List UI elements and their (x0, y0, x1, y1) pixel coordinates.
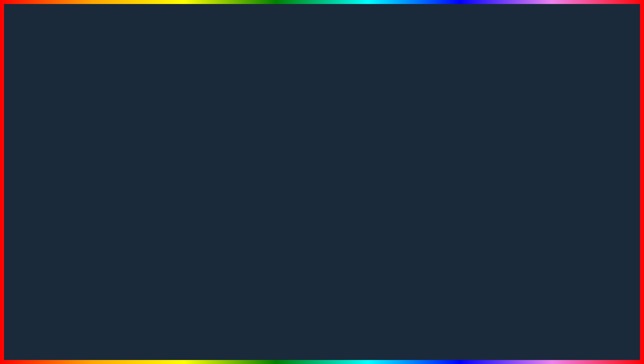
sidebar-diamond-icon: ◇ (192, 158, 196, 163)
sidebar-label-dungeon: Dungeon (199, 195, 215, 200)
sidebar-label-settingfarm: Setting Farm (199, 167, 222, 172)
feature-row-farmmastery: Farm Mastery ✓ (245, 180, 429, 187)
char-leg-right (145, 227, 170, 294)
feature-checkbox-farmmastery[interactable]: ✓ (422, 180, 429, 187)
char-legs (117, 227, 170, 294)
sidebar-circle-icon-7 (192, 214, 196, 219)
sidebar-label-combatplayer: Combat Player (199, 205, 225, 209)
ui-main-content: Your Bone : 2370 Farm Bone Random Bone ✓… (241, 144, 433, 270)
update-number: 20 (214, 308, 254, 351)
feature-label-chest: Chest (245, 198, 255, 205)
free-badge: FREE NO KEY !! (195, 109, 297, 164)
feature-label-farmmasteryfruit: Farm Mastery Fruit (245, 188, 287, 197)
sidebar-circle-icon-4 (192, 186, 196, 191)
ui-back-minimize[interactable]: − (399, 94, 406, 101)
dragon-wings (491, 204, 631, 270)
update-label: UPDATE (59, 308, 207, 351)
main-title: BLOX FRUITS (0, 7, 644, 80)
sidebar-circle-icon-6 (192, 205, 196, 209)
ui-back-close[interactable]: ✕ (409, 94, 415, 101)
title-area: BLOX FRUITS (0, 7, 644, 80)
feature-row-tweenchest: Tween Chest (245, 206, 429, 215)
sidebar-label-getitem: Get Item (199, 177, 214, 181)
feature-checkbox-randombone[interactable]: ✓ (422, 171, 429, 178)
ui-back-title: Annie Hub (Blox Fruit) (232, 95, 282, 100)
sidebar-item-racev4[interactable]: Race V4 (188, 184, 241, 193)
sidebar-item-combatplayer[interactable]: Combat Player (188, 202, 241, 212)
char-head (130, 117, 157, 144)
checkbox-1[interactable] (408, 121, 414, 127)
char-leg-left (117, 227, 142, 294)
script-label: SCRIPT (261, 308, 396, 351)
sidebar-label-teleportisland: Teleport Island (199, 214, 225, 219)
logo-wheel-icon: ⚙ (584, 275, 597, 285)
feature-row-randombone: Random Bone ✓ (245, 170, 429, 179)
free-badge-inner: FREE NO KEY !! (195, 109, 297, 164)
bottom-text-bar: UPDATE 20 SCRIPT PASTEBIN (0, 308, 644, 351)
character-figure (90, 83, 197, 311)
sidebar-circle-icon (192, 149, 196, 153)
ui-front-close[interactable]: ✕ (422, 134, 429, 141)
sidebar-avatar-icon: 👤 (192, 223, 196, 228)
feature-label-farmmastery: Farm Mastery (245, 180, 270, 187)
feature-label-farmbone: Farm Bone (245, 160, 269, 169)
feature-checkbox-farmbone[interactable] (422, 161, 429, 168)
feature-label-randombone: Random Bone (245, 170, 277, 179)
feature-checkbox-farmmasteryfruit[interactable] (422, 189, 429, 196)
ui-back-controls: − ✕ (399, 94, 415, 101)
sidebar-label-sky: Sky (199, 223, 206, 228)
feature-row-farmbone: Farm Bone (245, 160, 429, 169)
sidebar-circle-icon-3 (192, 177, 196, 181)
sidebar-circle-icon-5 (192, 195, 196, 200)
ui-body: Info Hub ◇ Main Farm Setting Farm Get It… (188, 144, 433, 270)
sidebar-item-getitem[interactable]: Get Item (188, 174, 241, 184)
feature-row-chest: Chest (245, 198, 429, 205)
ui-front-minimize[interactable]: − (414, 134, 420, 141)
ui-front-controls: − ✕ (414, 134, 429, 141)
sidebar-item-teleportisland[interactable]: Teleport Island (188, 212, 241, 221)
sidebar-item-dungeon[interactable]: Dungeon (188, 193, 241, 202)
chip-value: Dough ∧ (395, 109, 413, 114)
sidebar-circle-icon-2 (192, 167, 196, 172)
feature-label-tweenchest: Tween Chest (245, 206, 273, 215)
feature-row-farmmasteryfruit: Farm Mastery Fruit (245, 188, 429, 197)
ui-titlebar-back: Annie Hub (Blox Fruit) − ✕ (228, 91, 419, 104)
char-body (117, 144, 170, 227)
feature-checkbox-chest[interactable] (422, 198, 429, 205)
pastebin-label: PASTEBIN (402, 308, 585, 351)
sidebar-item-settingfarm[interactable]: Setting Farm (188, 165, 241, 174)
sidebar-item-sky[interactable]: 👤 Sky (188, 221, 241, 230)
feature-checkbox-tweenchest[interactable] (422, 207, 429, 214)
sidebar-label-racev4: Race V4 (199, 186, 214, 191)
